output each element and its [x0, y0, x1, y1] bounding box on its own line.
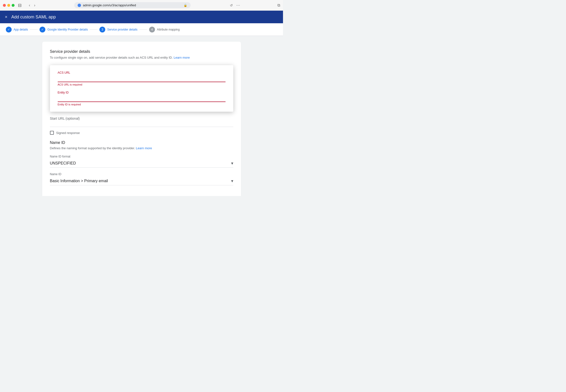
step-4-circle: 4: [149, 27, 155, 32]
minimize-button[interactable]: [7, 4, 10, 7]
favicon-icon: [78, 4, 81, 7]
entity-id-label: Entity ID: [58, 91, 225, 94]
step-2-circle: ✓: [40, 27, 45, 32]
name-id-format-chevron-icon: ▾: [231, 161, 233, 166]
step-connector-2: [90, 29, 97, 29]
entity-id-error: Entity ID is required: [58, 103, 225, 106]
back-nav-button[interactable]: ‹: [27, 2, 31, 9]
name-id-value: Basic Information > Primary email: [50, 179, 231, 183]
section-learn-more-link[interactable]: Learn more: [174, 56, 190, 59]
entity-id-field: Entity ID Entity ID is required: [58, 91, 225, 106]
name-id-label: Name ID: [50, 172, 233, 176]
signed-response-label: Signed response: [56, 131, 80, 135]
step-1-checkmark: ✓: [8, 28, 10, 31]
name-id-title: Name ID: [50, 140, 233, 145]
app-header: × Add custom SAML app: [0, 11, 283, 23]
name-id-format-select[interactable]: UNSPECIFIED ▾: [50, 159, 233, 168]
name-id-format-label: Name ID format: [50, 155, 233, 158]
section-description: To configure single sign on, add service…: [50, 56, 233, 59]
acs-url-field: ACS URL ACS URL is required: [58, 71, 225, 86]
fullscreen-button[interactable]: [12, 4, 15, 7]
step-4-number: 4: [151, 28, 153, 31]
close-button[interactable]: [3, 4, 6, 7]
step-connector-1: [30, 29, 38, 29]
step-2-label: Google Identity Provider details: [47, 28, 88, 31]
name-id-format-value: UNSPECIFIED: [50, 161, 231, 166]
step-2-checkmark: ✓: [41, 28, 44, 31]
traffic-lights: [3, 4, 15, 7]
start-url-field: Start URL (optional): [50, 116, 233, 127]
acs-url-label: ACS URL: [58, 71, 225, 74]
nav-icons: ‹ ›: [27, 2, 37, 9]
stepper: ✓ App details ✓ Google Identity Provider…: [0, 23, 283, 36]
name-id-format-field: Name ID format UNSPECIFIED ▾: [50, 155, 233, 168]
step-4-label: Attribute mapping: [157, 28, 180, 31]
name-id-select[interactable]: Basic Information > Primary email ▾: [50, 177, 233, 185]
step-3-label: Service provider details: [107, 28, 137, 31]
window-controls: ⧉: [277, 3, 280, 8]
signed-response-checkbox[interactable]: [50, 131, 54, 135]
acs-url-error: ACS URL is required: [58, 83, 225, 86]
step-1: ✓ App details: [6, 27, 28, 32]
name-id-section: Name ID Defines the naming format suppor…: [50, 140, 233, 185]
main-content: Service provider details To configure si…: [0, 36, 283, 196]
section-title: Service provider details: [50, 49, 233, 54]
reload-icon[interactable]: ↺: [230, 3, 233, 7]
dialog-close-icon[interactable]: ×: [5, 14, 8, 20]
forward-nav-button[interactable]: ›: [32, 2, 37, 9]
sidebar-toggle-button[interactable]: ⊟: [17, 2, 23, 9]
step-3-number: 3: [102, 28, 103, 31]
step-3-circle: 3: [99, 27, 105, 32]
content-card: Service provider details To configure si…: [42, 42, 241, 196]
name-id-chevron-icon: ▾: [231, 178, 233, 184]
name-id-learn-more-link[interactable]: Learn more: [136, 146, 152, 150]
step-3: 3 Service provider details: [99, 27, 137, 32]
new-window-icon[interactable]: ⧉: [277, 3, 280, 7]
step-1-circle: ✓: [6, 27, 12, 32]
step-connector-3: [139, 29, 147, 29]
lock-icon: 🔒: [184, 4, 187, 7]
start-url-label: Start URL (optional): [50, 116, 80, 120]
url-bar[interactable]: admin.google.com/u/3/ac/apps/unified 🔒: [74, 2, 191, 8]
step-1-label: App details: [14, 28, 28, 31]
acs-url-input[interactable]: [58, 75, 225, 82]
name-id-field: Name ID Basic Information > Primary emai…: [50, 172, 233, 185]
step-2: ✓ Google Identity Provider details: [40, 27, 88, 32]
validation-error-card: ACS URL ACS URL is required Entity ID En…: [50, 65, 233, 112]
app-header-title: Add custom SAML app: [11, 14, 56, 20]
titlebar: ⊟ ‹ › admin.google.com/u/3/ac/apps/unifi…: [0, 0, 283, 11]
entity-id-input[interactable]: [58, 95, 225, 102]
signed-response-row: Signed response: [50, 131, 233, 135]
more-options-icon[interactable]: ⋯: [236, 3, 240, 8]
url-text: admin.google.com/u/3/ac/apps/unified: [83, 3, 182, 7]
step-4: 4 Attribute mapping: [149, 27, 180, 32]
start-url-input[interactable]: [50, 120, 233, 127]
name-id-description: Defines the naming format supported by t…: [50, 146, 233, 150]
